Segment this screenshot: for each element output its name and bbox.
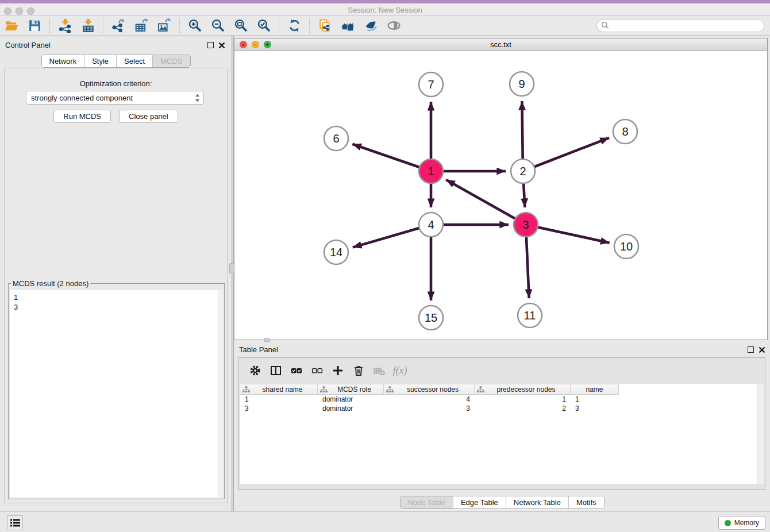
table-cell[interactable]: 3	[240, 404, 318, 413]
table-settings-button[interactable]	[245, 361, 265, 380]
column-header-predecessor-nodes[interactable]: predecessor nodes	[475, 384, 571, 395]
table-cell[interactable]: 3	[384, 404, 475, 413]
edge-3-10[interactable]	[526, 225, 610, 243]
tab-node-table[interactable]: Node Table	[400, 496, 453, 508]
float-panel-icon[interactable]	[207, 42, 214, 48]
home-button[interactable]	[339, 18, 356, 34]
run-mcds-button[interactable]: Run MCDS	[53, 110, 111, 123]
clone-network-button[interactable]	[316, 18, 333, 34]
export-table-button[interactable]	[133, 18, 150, 34]
graph-node-1[interactable]: 1	[419, 159, 443, 183]
criterion-select[interactable]: strongly connected component	[26, 91, 204, 105]
graph-node-10[interactable]: 10	[614, 234, 638, 259]
result-scrollbar[interactable]	[218, 290, 223, 498]
app-titlebar: Session: New Session	[0, 3, 770, 16]
table-row[interactable]: 3dominator323	[240, 404, 757, 413]
column-header-MCDS-role[interactable]: MCDS role	[318, 384, 384, 395]
column-header-successor-nodes[interactable]: successor nodes	[384, 384, 475, 395]
close-panel-icon[interactable]	[218, 42, 225, 49]
toolbar-separator	[179, 18, 180, 33]
deselect-all-button[interactable]	[307, 361, 328, 380]
mcds-result-fieldset: MCDS result (2 nodes) 1 3	[8, 283, 225, 499]
delete-button[interactable]	[348, 361, 369, 380]
split-columns-icon	[270, 364, 282, 377]
edge-2-8[interactable]	[523, 138, 609, 171]
function-builder-button[interactable]: f(x)	[390, 361, 410, 380]
zoom-selected-button[interactable]	[255, 18, 272, 34]
import-network-button[interactable]	[56, 18, 74, 34]
graph-node-2[interactable]: 2	[511, 159, 535, 183]
import-network-icon	[58, 18, 72, 33]
table-cell[interactable]: dominator	[318, 395, 384, 404]
show-hide-eye-button[interactable]	[385, 18, 402, 34]
table-cell[interactable]: 2	[475, 404, 571, 413]
criterion-value: strongly connected component	[31, 94, 133, 102]
deselect-all-icon	[311, 364, 324, 377]
column-header-name[interactable]: name	[571, 384, 619, 395]
network-canvas[interactable]: 1234678910111415	[234, 51, 767, 340]
zoom-in-button[interactable]	[186, 18, 203, 34]
table-cell[interactable]: 1	[571, 395, 619, 404]
export-network-button[interactable]	[110, 18, 127, 34]
table-cell[interactable]: dominator	[318, 404, 384, 413]
graph-node-6[interactable]: 6	[324, 126, 348, 151]
table-cell[interactable]: 3	[571, 404, 619, 413]
graph-node-3[interactable]: 3	[514, 213, 538, 237]
export-image-button[interactable]	[156, 18, 173, 34]
delete-table-button[interactable]	[369, 361, 390, 380]
hierarchy-icon	[477, 386, 484, 393]
tab-edge-table[interactable]: Edge Table	[453, 496, 506, 508]
zoom-fit-button[interactable]	[232, 18, 249, 34]
import-table-icon	[81, 18, 95, 33]
hierarchy-icon	[242, 386, 250, 393]
table-cell[interactable]: 1	[240, 395, 318, 404]
graph-node-7[interactable]: 7	[419, 72, 443, 97]
export-image-icon	[157, 18, 172, 33]
tab-select[interactable]: Select	[116, 55, 152, 67]
hide-graphics-details-button[interactable]	[362, 18, 379, 34]
tab-network-table[interactable]: Network Table	[506, 496, 568, 508]
zoom-out-icon	[211, 18, 225, 33]
gear-icon	[249, 364, 261, 377]
table-scrollbar[interactable]	[757, 384, 764, 484]
graph-node-11[interactable]: 11	[518, 303, 542, 327]
close-table-panel-icon[interactable]	[759, 346, 765, 353]
table-row[interactable]: 1dominator411	[240, 395, 757, 404]
search-input[interactable]	[596, 19, 764, 32]
close-panel-button[interactable]: Close panel	[119, 110, 178, 123]
graph-node-4[interactable]: 4	[419, 213, 443, 237]
column-header-shared-name[interactable]: shared name	[240, 384, 318, 395]
add-column-button[interactable]	[328, 361, 348, 380]
table-cell[interactable]: 1	[475, 395, 571, 404]
import-table-button[interactable]	[79, 18, 97, 34]
table-cell[interactable]: 4	[384, 395, 475, 404]
graph-node-15[interactable]: 15	[419, 306, 443, 330]
graph-node-14[interactable]: 14	[324, 240, 348, 264]
tab-style[interactable]: Style	[84, 55, 116, 67]
toolbar-separator	[309, 18, 310, 33]
select-all-icon	[290, 364, 303, 377]
save-session-button[interactable]	[26, 18, 43, 34]
search-icon	[601, 21, 609, 29]
node-table[interactable]: shared nameMCDS rolesuccessor nodesprede…	[240, 384, 757, 484]
network-window-titlebar[interactable]: × − + scc.txt	[234, 38, 767, 51]
mcds-result-box[interactable]: 1 3	[10, 290, 223, 498]
edge-3-1[interactable]	[446, 180, 526, 225]
task-history-button[interactable]	[7, 515, 23, 530]
tab-mcds[interactable]: MCDS	[152, 55, 190, 67]
tab-network[interactable]: Network	[41, 55, 84, 67]
table-panel-title: Table Panel	[239, 345, 278, 354]
split-columns-button[interactable]	[265, 361, 286, 380]
graph-node-9[interactable]: 9	[510, 72, 534, 96]
memory-button[interactable]: Memory	[718, 516, 765, 530]
tab-motifs[interactable]: Motifs	[568, 496, 604, 508]
float-table-panel-icon[interactable]	[748, 346, 754, 353]
graph-node-8[interactable]: 8	[613, 119, 637, 144]
table-panel-tabs: Node TableEdge TableNetwork TableMotifs	[399, 496, 604, 509]
open-session-button[interactable]	[3, 18, 20, 34]
apply-layout-button[interactable]	[286, 18, 303, 34]
zoom-out-button[interactable]	[209, 18, 226, 34]
toolbar-separator	[279, 18, 279, 33]
plus-icon	[332, 364, 344, 377]
select-all-button[interactable]	[286, 361, 307, 380]
